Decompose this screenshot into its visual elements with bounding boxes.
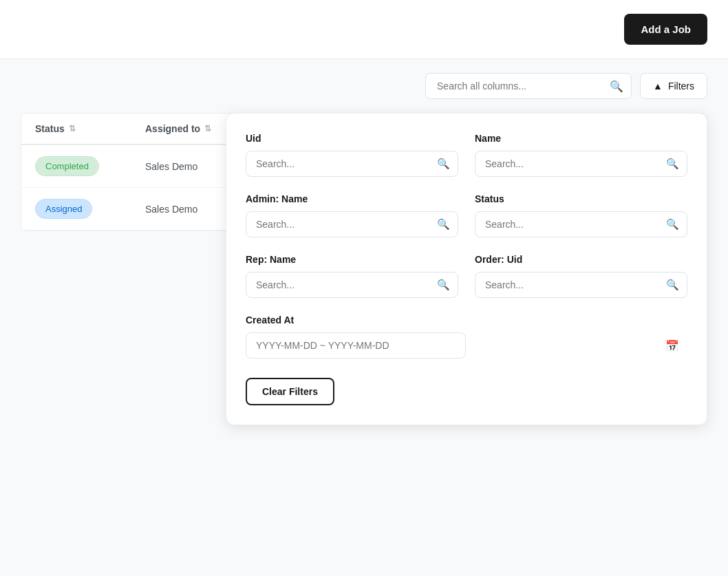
filter-row-1: Uid 🔍 Name 🔍 (246, 133, 687, 177)
search-input-wrapper: 🔍 (425, 73, 632, 99)
search-icon: 🔍 (610, 80, 623, 93)
status-badge-assigned: Assigned (35, 199, 92, 219)
filter-row-2: Admin: Name 🔍 Status 🔍 (246, 193, 687, 237)
filter-input-status[interactable] (475, 211, 687, 237)
col-header-status: Status ⇅ (21, 114, 131, 144)
search-icon-name: 🔍 (666, 158, 679, 170)
created-at-row: Created At 📅 (246, 314, 687, 359)
table-cell-status-2: Assigned (21, 188, 131, 230)
date-input-wrapper: 📅 (246, 332, 687, 359)
table-cell-status-1: Completed (21, 145, 131, 187)
filter-label-rep-name: Rep: Name (246, 254, 458, 265)
status-badge-completed: Completed (35, 156, 99, 176)
filter-input-wrapper-admin-name: 🔍 (246, 211, 458, 237)
filter-input-admin-name[interactable] (246, 211, 458, 237)
top-bar: Add a Job (0, 0, 728, 59)
filter-input-order-uid[interactable] (475, 272, 687, 298)
filter-input-wrapper-status: 🔍 (475, 211, 687, 237)
filter-row-3: Rep: Name 🔍 Order: Uid 🔍 (246, 254, 687, 298)
date-range-input[interactable] (246, 332, 466, 359)
filter-panel: Uid 🔍 Name 🔍 Admin: Name (226, 113, 707, 425)
filter-input-wrapper-uid: 🔍 (246, 151, 458, 177)
sort-icon-assigned: ⇅ (204, 124, 211, 134)
search-icon-order-uid: 🔍 (666, 279, 679, 291)
search-icon-admin-name: 🔍 (437, 218, 450, 231)
filter-group-order-uid: Order: Uid 🔍 (475, 254, 687, 298)
clear-filters-button[interactable]: Clear Filters (246, 378, 334, 405)
add-job-button[interactable]: Add a Job (624, 14, 707, 45)
search-icon-uid: 🔍 (437, 158, 450, 170)
filter-input-rep-name[interactable] (246, 272, 458, 298)
page-container: Add a Job 🔍 ▲ Filters Status ⇅ Assigned … (0, 0, 728, 576)
filter-label-status: Status (475, 193, 687, 204)
funnel-icon: ▲ (653, 81, 663, 92)
search-icon-status: 🔍 (666, 218, 679, 231)
filter-input-name[interactable] (475, 151, 687, 177)
filter-input-wrapper-name: 🔍 (475, 151, 687, 177)
filter-group-name: Name 🔍 (475, 133, 687, 177)
filter-input-wrapper-rep-name: 🔍 (246, 272, 458, 298)
filter-label-admin-name: Admin: Name (246, 193, 458, 204)
sort-icon-status: ⇅ (69, 124, 76, 134)
calendar-icon: 📅 (665, 339, 679, 352)
filter-group-status: Status 🔍 (475, 193, 687, 237)
filter-group-rep-name: Rep: Name 🔍 (246, 254, 458, 298)
filter-group-uid: Uid 🔍 (246, 133, 458, 177)
filter-label-name: Name (475, 133, 687, 144)
search-filter-bar: 🔍 ▲ Filters (0, 59, 728, 113)
filter-label-uid: Uid (246, 133, 458, 144)
filter-input-uid[interactable] (246, 151, 458, 177)
main-content: Status ⇅ Assigned to ⇅ Completed Sales D… (0, 113, 728, 231)
filter-group-admin-name: Admin: Name 🔍 (246, 193, 458, 237)
search-input[interactable] (425, 73, 632, 99)
filters-button[interactable]: ▲ Filters (640, 73, 707, 99)
filters-label: Filters (668, 81, 694, 92)
filter-label-created-at: Created At (246, 314, 687, 326)
filter-input-wrapper-order-uid: 🔍 (475, 272, 687, 298)
search-icon-rep-name: 🔍 (437, 279, 450, 291)
filter-label-order-uid: Order: Uid (475, 254, 687, 265)
